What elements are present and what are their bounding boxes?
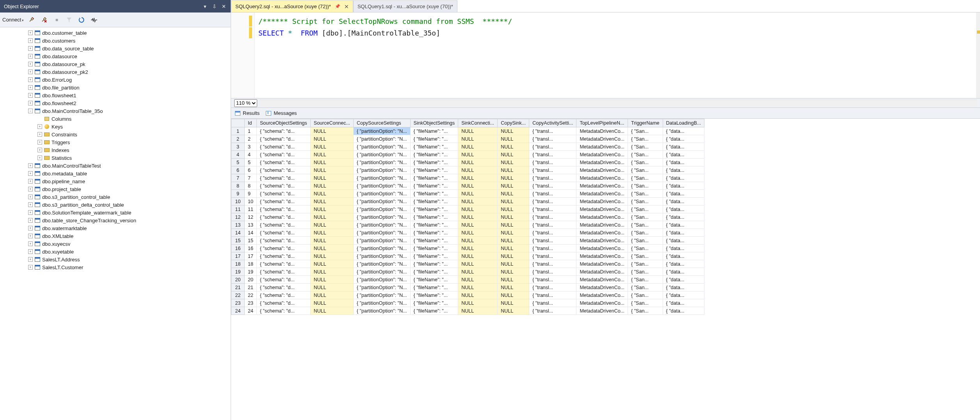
tree-table-node[interactable]: +dbo.watermarktable [0,224,231,232]
cell[interactable]: { "fileName": "... [410,237,458,245]
table-row[interactable]: 1010{ "schema": "d...NULL{ "partitionOpt… [231,198,704,206]
cell[interactable]: NULL [498,221,529,229]
cell[interactable]: NULL [458,151,498,159]
cell[interactable]: { "transl... [529,307,576,315]
cell[interactable]: NULL [498,143,529,151]
cell[interactable]: NULL [498,166,529,174]
cell[interactable]: { "partitionOption": "N... [353,182,410,190]
row-number[interactable]: 3 [231,143,245,151]
cell[interactable]: { "San... [628,182,663,190]
column-header[interactable]: Id [245,119,257,127]
column-header[interactable]: CopyActivitySetti... [529,119,576,127]
cell[interactable]: { "fileName": "... [410,213,458,221]
cell[interactable]: { "data... [663,151,704,159]
tree-child-node[interactable]: +Indexes [0,146,231,154]
tree-table-node[interactable]: +dbo.datasource [0,52,231,60]
cell[interactable]: NULL [458,299,498,307]
expand-icon[interactable]: + [28,101,33,105]
cell[interactable]: { "data... [663,206,704,213]
cell[interactable]: { "data... [663,127,704,135]
cell[interactable]: { "fileName": "... [410,291,458,299]
tree-table-node[interactable]: +dbo.MainControlTableTest [0,162,231,170]
cell[interactable]: 23 [245,299,257,307]
cell[interactable]: { "San... [628,284,663,291]
cell[interactable]: { "San... [628,135,663,143]
cell[interactable]: NULL [458,127,498,135]
cell[interactable]: { "San... [628,237,663,245]
cell[interactable]: { "schema": "d... [256,284,310,291]
cell[interactable]: 16 [245,245,257,252]
tree-table-node[interactable]: +SalesLT.Customer [0,263,231,271]
table-row[interactable]: 1212{ "schema": "d...NULL{ "partitionOpt… [231,213,704,221]
tree-table-node[interactable]: +dbo.table_store_ChangeTracking_version [0,216,231,224]
tree-child-node[interactable]: +Statistics [0,154,231,162]
cell[interactable]: { "partitionOption": "N... [353,143,410,151]
column-header[interactable]: SinkConnecti... [458,119,498,127]
cell[interactable]: NULL [310,135,353,143]
table-row[interactable]: 99{ "schema": "d...NULL{ "partitionOptio… [231,190,704,198]
cell[interactable]: { "schema": "d... [256,127,310,135]
table-row[interactable]: 22{ "schema": "d...NULL{ "partitionOptio… [231,135,704,143]
expand-icon[interactable]: + [28,38,33,43]
cell[interactable]: { "transl... [529,299,576,307]
cell[interactable]: NULL [310,166,353,174]
pin-icon[interactable]: 📌 [335,4,340,9]
row-number[interactable]: 20 [231,276,245,284]
zoom-select[interactable]: 110 % [234,99,257,107]
row-number[interactable]: 1 [231,127,245,135]
cell[interactable]: { "partitionOption": "N... [353,299,410,307]
tree-table-node[interactable]: +dbo.metadata_table [0,170,231,177]
expand-icon[interactable]: + [37,132,42,137]
cell[interactable]: { "fileName": "... [410,166,458,174]
row-number[interactable]: 22 [231,291,245,299]
table-row[interactable]: 66{ "schema": "d...NULL{ "partitionOptio… [231,166,704,174]
cell[interactable]: NULL [458,135,498,143]
expand-icon[interactable]: + [28,257,33,262]
cell[interactable]: MetadataDrivenCo... [576,291,628,299]
cell[interactable]: { "fileName": "... [410,151,458,159]
expand-icon[interactable]: + [37,155,42,160]
table-row[interactable]: 1616{ "schema": "d...NULL{ "partitionOpt… [231,245,704,252]
expand-icon[interactable]: + [28,62,33,66]
cell[interactable]: NULL [458,174,498,182]
tree-table-node[interactable]: +dbo.XMLtable [0,232,231,240]
cell[interactable]: NULL [458,182,498,190]
row-number[interactable]: 19 [231,268,245,276]
cell[interactable]: 7 [245,174,257,182]
expand-icon[interactable]: + [28,163,33,168]
cell[interactable]: NULL [458,159,498,166]
column-header[interactable]: SinkObjectSettings [410,119,458,127]
connect-button[interactable]: Connect▾ [2,17,24,23]
cell[interactable]: { "schema": "d... [256,198,310,206]
expand-icon[interactable]: + [28,195,33,199]
tab-sqlquery1[interactable]: SQLQuery1.sql - xu...aSource (xuye (70))… [353,0,457,12]
tree-child-node[interactable]: +Constraints [0,130,231,138]
tree-table-node[interactable]: +dbo.flowsheet1 [0,91,231,99]
cell[interactable]: NULL [310,268,353,276]
cell[interactable]: NULL [498,182,529,190]
tree-child-node[interactable]: +Keys [0,123,231,130]
cell[interactable]: { "schema": "d... [256,221,310,229]
tree-table-node[interactable]: +dbo.ErrorLog [0,76,231,84]
cell[interactable]: { "fileName": "... [410,260,458,268]
cell[interactable]: { "data... [663,268,704,276]
expand-icon[interactable]: + [28,85,33,90]
tree-table-node[interactable]: −dbo.MainControlTable_35o [0,107,231,115]
cell[interactable]: { "fileName": "... [410,143,458,151]
activity-icon[interactable] [89,15,99,25]
cell[interactable]: { "partitionOption": "N... [353,127,410,135]
expand-icon[interactable]: + [37,124,42,129]
table-row[interactable]: 77{ "schema": "d...NULL{ "partitionOptio… [231,174,704,182]
cell[interactable]: { "partitionOption": "N... [353,229,410,237]
tree-table-node[interactable]: +dbo.customer_table [0,29,231,37]
cell[interactable]: { "San... [628,252,663,260]
cell[interactable]: NULL [498,135,529,143]
cell[interactable]: NULL [310,206,353,213]
table-row[interactable]: 88{ "schema": "d...NULL{ "partitionOptio… [231,182,704,190]
cell[interactable]: MetadataDrivenCo... [576,299,628,307]
cell[interactable]: { "schema": "d... [256,260,310,268]
cell[interactable]: { "transl... [529,135,576,143]
cell[interactable]: MetadataDrivenCo... [576,135,628,143]
cell[interactable]: { "schema": "d... [256,159,310,166]
cell[interactable]: { "schema": "d... [256,237,310,245]
